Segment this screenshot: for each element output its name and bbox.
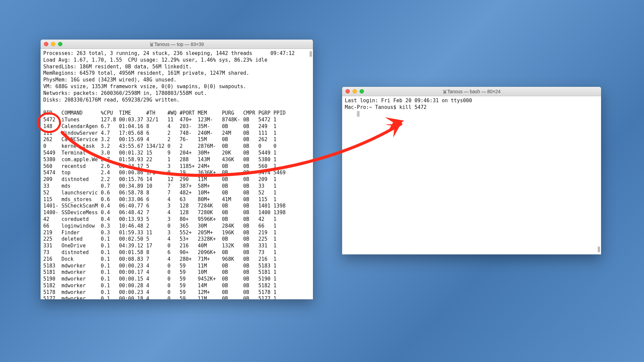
window-title: Tanous — bash — 80×24 (342, 89, 601, 94)
traffic-lights (345, 89, 364, 94)
traffic-lights (44, 42, 62, 46)
home-icon (150, 43, 154, 46)
top-output-text: Processes: 263 total, 3 running, 24 stuc… (43, 50, 295, 299)
window-title: Tanous — top — 83×39 (41, 42, 313, 47)
maximize-button[interactable] (360, 89, 364, 94)
scrollbar-thumb[interactable] (310, 51, 312, 57)
close-button[interactable] (345, 89, 350, 94)
titlebar[interactable]: Tanous — bash — 80×24 (342, 87, 601, 96)
terminal-window-bash[interactable]: Tanous — bash — 80×24 Last login: Fri Fe… (342, 87, 601, 254)
cursor (357, 111, 360, 117)
home-icon (443, 90, 447, 94)
close-button[interactable] (44, 42, 48, 46)
scrollbar-thumb[interactable] (598, 246, 600, 252)
bash-output-text: Last login: Fri Feb 20 09:46:31 on ttys0… (345, 98, 472, 110)
terminal-window-top[interactable]: Tanous — top — 83×39 Processes: 263 tota… (41, 40, 313, 299)
terminal-output[interactable]: Processes: 263 total, 3 running, 24 stuc… (41, 49, 313, 299)
maximize-button[interactable] (58, 42, 62, 46)
minimize-button[interactable] (353, 89, 357, 94)
terminal-output[interactable]: Last login: Fri Feb 20 09:46:31 on ttys0… (342, 96, 601, 254)
titlebar[interactable]: Tanous — top — 83×39 (41, 40, 313, 49)
minimize-button[interactable] (51, 42, 55, 46)
